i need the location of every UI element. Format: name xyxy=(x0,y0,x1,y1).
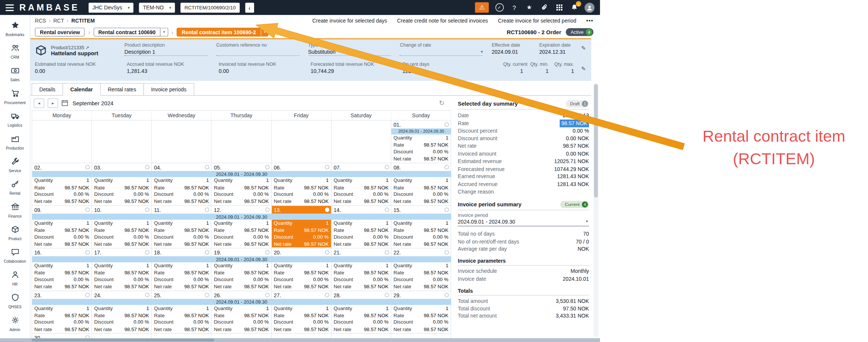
day-select-circle[interactable] xyxy=(265,293,270,297)
invoice-period-band[interactable]: 2024.09.01 - 2024.09.30 xyxy=(32,256,451,262)
day-cell-22[interactable]: 22.Quantity1Rate98.57 NOKDiscount0.00 %N… xyxy=(391,248,451,291)
product-block[interactable]: Product/121335 ↗ Hatteland support xyxy=(35,41,124,59)
warning-button[interactable]: ⚠ xyxy=(475,2,489,13)
horizontal-scrollbar[interactable] xyxy=(0,338,600,342)
day-cell-18[interactable]: 18.Quantity1Rate98.57 NOKDiscount0.00 %N… xyxy=(152,248,212,291)
invoice-period-band[interactable]: 2024.09.01 - 2024.09.30 xyxy=(32,299,451,305)
scrollbar-thumb[interactable] xyxy=(32,339,214,341)
action-link[interactable]: Create invoice for selected period xyxy=(498,17,576,23)
module-select[interactable]: TEM-NO ▾ xyxy=(139,3,175,13)
day-cell-03[interactable]: 03.Quantity1Rate98.57 NOKDiscount0.00 %N… xyxy=(92,163,152,206)
day-cell-11[interactable]: 11.Quantity1Rate98.57 NOKDiscount0.00 %N… xyxy=(152,206,212,248)
notifications-bell-icon[interactable]: 1 xyxy=(570,4,579,11)
info-field[interactable]: TypeSubstitution xyxy=(308,41,400,56)
day-select-circle[interactable] xyxy=(265,165,270,169)
day-select-circle[interactable] xyxy=(85,293,90,297)
day-select-circle[interactable] xyxy=(85,207,90,212)
day-select-circle[interactable] xyxy=(85,250,90,255)
tab-details[interactable]: Details xyxy=(32,83,63,96)
day-select-circle[interactable] xyxy=(145,207,150,212)
tab-rental-rates[interactable]: Rental rates xyxy=(100,83,144,96)
next-month-button[interactable]: ► xyxy=(48,98,58,107)
day-select-circle[interactable] xyxy=(85,335,90,338)
day-cell-05[interactable]: 05.Quantity1Rate98.57 NOKDiscount0.00 %N… xyxy=(212,163,271,206)
day-cell-30[interactable]: 30. xyxy=(32,334,92,338)
user-avatar[interactable] xyxy=(585,3,595,13)
day-select-circle[interactable] xyxy=(444,293,449,297)
breadcrumb-rcs[interactable]: RCS xyxy=(35,17,46,23)
day-cell-07[interactable]: 07.Quantity1Rate98.57 NOKDiscount0.00 %N… xyxy=(332,163,391,206)
day-select-circle[interactable] xyxy=(325,207,329,212)
day-select-circle[interactable] xyxy=(325,165,329,169)
chip-rental-contract-item[interactable]: Rental contract item 100690-2 xyxy=(177,28,261,37)
day-select-circle[interactable] xyxy=(385,207,389,212)
info-field[interactable]: Product descriptionDescription 1 xyxy=(124,41,216,56)
sidebar-item-rental[interactable]: Rental xyxy=(0,176,30,198)
edit-quantities-icon[interactable]: ✎ xyxy=(581,66,586,72)
day-cell-29[interactable]: 29.Quantity1Rate98.57 NOKDiscount0.00 %N… xyxy=(391,291,451,334)
edit-header-icon[interactable]: ✎ xyxy=(581,45,586,51)
day-cell-13[interactable]: 13.Quantity1Rate98.57 NOKDiscount0.00 %N… xyxy=(271,206,331,248)
sidebar-item-production[interactable]: Production xyxy=(0,131,30,153)
prev-month-button[interactable]: ◄ xyxy=(34,98,44,107)
sidebar-item-bookmarks[interactable]: Bookmarks xyxy=(0,17,30,40)
day-select-circle[interactable] xyxy=(444,250,449,255)
breadcrumb-rct[interactable]: RCT xyxy=(53,17,64,23)
day-cell-06[interactable]: 06.Quantity1Rate98.57 NOKDiscount0.00 %N… xyxy=(271,163,331,206)
day-select-circle[interactable] xyxy=(205,207,209,212)
day-select-circle[interactable] xyxy=(205,165,209,169)
more-actions-button[interactable]: ••• xyxy=(586,17,594,23)
info-field[interactable]: Change of rate▾ xyxy=(400,41,492,56)
day-cell-10[interactable]: 10.Quantity1Rate98.57 NOKDiscount0.00 %N… xyxy=(92,206,152,248)
identifier-input[interactable]: RCTITEM/100690/2/10 xyxy=(180,3,239,13)
info-field[interactable]: Customers reference no xyxy=(216,41,308,56)
sidebar-item-hr[interactable]: HR xyxy=(0,267,30,289)
check-circle-icon[interactable]: ✓ xyxy=(495,3,504,12)
rental-contract-dropdown[interactable]: ▾ xyxy=(161,28,168,37)
day-cell-17[interactable]: 17.Quantity1Rate98.57 NOKDiscount0.00 %N… xyxy=(92,248,152,291)
sidebar-item-finance[interactable]: Finance xyxy=(0,199,30,221)
environment-select[interactable]: JHC DevSys ▾ xyxy=(88,3,133,13)
rental-contract-item-dropdown[interactable]: ▾ xyxy=(261,28,269,37)
favorites-star-icon[interactable]: ★ xyxy=(525,4,534,11)
back-button[interactable]: ‹ xyxy=(245,3,254,13)
invoice-period-select[interactable]: 2024.09.01 - 2024.09.30 ▾ xyxy=(458,218,589,226)
day-cell-24[interactable]: 24.Quantity1Rate98.57 NOKDiscount0.00 %N… xyxy=(92,291,152,334)
menu-icon[interactable] xyxy=(6,4,14,11)
sidebar-item-service[interactable]: Service xyxy=(0,153,30,176)
day-cell-12[interactable]: 12.Quantity1Rate98.57 NOKDiscount0.00 %N… xyxy=(212,206,271,248)
invoice-period-band[interactable]: 2024.09.01 - 2024.09.30 xyxy=(391,129,451,135)
day-select-circle[interactable] xyxy=(145,293,150,297)
day-select-circle[interactable] xyxy=(444,207,449,212)
day-cell-08[interactable]: 08.Quantity1Rate98.57 NOKDiscount0.00 %N… xyxy=(391,163,451,206)
help-icon[interactable]: ? xyxy=(510,4,519,11)
day-cell-21[interactable]: 21.Quantity1Rate98.57 NOKDiscount0.00 %N… xyxy=(332,248,391,291)
day-cell-14[interactable]: 14.Quantity1Rate98.57 NOKDiscount0.00 %N… xyxy=(332,206,391,248)
day-select-circle[interactable] xyxy=(325,250,329,255)
chip-rental-overview[interactable]: Rental overview xyxy=(35,28,85,37)
day-select-circle[interactable] xyxy=(444,122,449,127)
day-cell-25[interactable]: 25.Quantity1Rate98.57 NOKDiscount0.00 %N… xyxy=(152,291,212,334)
breadcrumb-rctitem[interactable]: RCTITEM xyxy=(71,17,95,23)
scrollbar-thumb[interactable] xyxy=(594,84,598,198)
sidebar-item-qhses[interactable]: QHSES xyxy=(0,289,30,312)
day-select-circle[interactable] xyxy=(385,250,389,255)
day-cell-20[interactable]: 20.Quantity1Rate98.57 NOKDiscount0.00 %N… xyxy=(271,248,331,291)
day-cell-27[interactable]: 27.Quantity1Rate98.57 NOKDiscount0.00 %N… xyxy=(271,291,331,334)
apps-grid-icon[interactable] xyxy=(555,5,564,11)
day-cell-28[interactable]: 28.Quantity1Rate98.57 NOKDiscount0.00 %N… xyxy=(332,291,391,334)
action-link[interactable]: Create credit note for selected invoices xyxy=(397,17,488,23)
day-cell-09[interactable]: 09.Quantity1Rate98.57 NOKDiscount0.00 %N… xyxy=(32,206,92,248)
day-select-circle[interactable] xyxy=(145,165,150,169)
day-select-circle[interactable] xyxy=(205,293,209,297)
day-select-circle[interactable] xyxy=(205,250,209,255)
invoice-period-band[interactable]: 2024.09.01 - 2024.09.30 xyxy=(32,213,451,219)
sidebar-item-sales[interactable]: Sales xyxy=(0,62,30,85)
day-cell-23[interactable]: 23.Quantity1Rate98.57 NOKDiscount0.00 %N… xyxy=(32,291,92,334)
tab-calendar[interactable]: Calendar xyxy=(62,83,100,96)
vertical-scrollbar[interactable] xyxy=(594,83,598,337)
day-select-circle[interactable] xyxy=(265,250,270,255)
sidebar-item-logistics[interactable]: Logistics xyxy=(0,108,30,130)
day-select-circle[interactable] xyxy=(444,165,449,169)
day-cell-15[interactable]: 15.Quantity1Rate98.57 NOKDiscount0.00 %N… xyxy=(391,206,451,248)
